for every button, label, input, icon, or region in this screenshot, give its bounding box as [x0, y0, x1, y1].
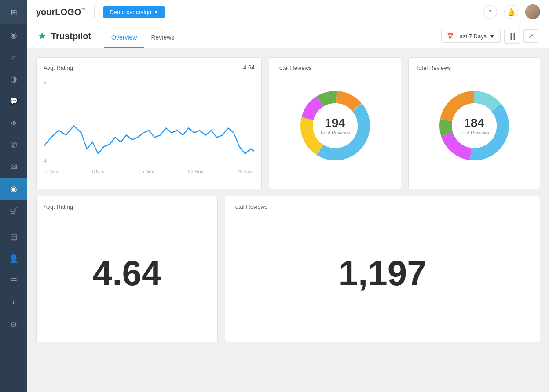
page-title-section: ★ Trustpilot	[38, 30, 91, 42]
sidebar-item-search[interactable]: ⌕	[0, 46, 27, 68]
topbar: yourLOGO™ Demo campaign ▼ ? 🔔	[27, 0, 549, 24]
topbar-divider	[94, 5, 95, 18]
donut-center-1: 194 Total Reviews	[320, 116, 350, 135]
avg-rating-big-card: Avg. Rating 4.64	[36, 196, 218, 342]
chart-area: 5 1 Nov 8 Nov 15 Nov 22 Nov 29 Nov 4	[44, 80, 254, 177]
sidebar-item-lists[interactable]: ☰	[0, 270, 27, 292]
line-chart-svg	[44, 82, 254, 165]
tab-overview[interactable]: Overview	[104, 24, 144, 48]
sidebar-item-phone[interactable]: ✆	[0, 134, 27, 156]
sidebar-item-users[interactable]: 👤	[0, 248, 27, 270]
tab-reviews[interactable]: Reviews	[144, 24, 181, 48]
avg-rating-big-value: 4.64	[93, 253, 161, 294]
total-reviews-big-value: 1,197	[339, 253, 427, 294]
demo-campaign-button[interactable]: Demo campaign ▼	[103, 6, 165, 18]
email-icon: ✉	[11, 162, 17, 172]
page-header: ★ Trustpilot Overview Reviews 📅 Last 7 D…	[27, 24, 549, 48]
chart-x-label-2: 8 Nov	[92, 169, 105, 174]
total-reviews-big-title: Total Reviews	[232, 203, 533, 210]
integrations-icon: ⯛	[10, 298, 18, 308]
chart-x-label-4: 22 Nov	[188, 169, 203, 174]
analytics-icon: ◑	[10, 74, 17, 84]
main-content: yourLOGO™ Demo campaign ▼ ? 🔔 ★ Trustpil…	[27, 0, 549, 392]
sidebar-item-home[interactable]: ⊞	[0, 0, 27, 24]
help-button[interactable]: ?	[483, 5, 497, 19]
sidebar-item-reports[interactable]: ▤	[0, 226, 27, 248]
bell-icon: 🔔	[507, 8, 516, 16]
avg-rating-chart-title: Avg. Rating	[44, 65, 254, 71]
mentions-icon: 👁	[11, 120, 17, 127]
donut-count-2: 184	[459, 116, 489, 130]
avatar-image	[525, 4, 540, 19]
help-icon: ?	[488, 8, 492, 15]
trustpilot-star-icon: ★	[38, 30, 47, 42]
share-icon: ↗	[528, 33, 534, 40]
sidebar-item-campaigns[interactable]: ◉	[0, 24, 27, 46]
columns-button[interactable]: ‖‖	[504, 29, 520, 44]
dashboard: Avg. Rating 4.64 5 1 Nov 8 Nov 15 Nov 22…	[27, 48, 549, 392]
columns-icon: ‖‖	[509, 32, 515, 40]
donut-chart-1: 194 Total Reviews	[276, 73, 393, 178]
notifications-button[interactable]: 🔔	[504, 5, 518, 19]
bottom-cards-row: Avg. Rating 4.64 Total Reviews 1,197	[36, 196, 540, 342]
sidebar-item-mentions[interactable]: 👁	[0, 112, 27, 134]
sidebar-item-ecommerce[interactable]: 🛒	[0, 200, 27, 222]
donut-count-1: 194	[320, 116, 350, 130]
total-reviews-donut-card-1: Total Reviews	[269, 57, 401, 189]
lists-icon: ☰	[10, 276, 17, 286]
chart-x-labels: 1 Nov 8 Nov 15 Nov 22 Nov 29 Nov	[44, 169, 254, 174]
calendar-icon: 📅	[447, 33, 454, 39]
ecommerce-icon: 🛒	[10, 207, 18, 215]
sidebar-item-location[interactable]: ◉	[0, 178, 27, 200]
sidebar-divider	[0, 224, 27, 224]
page-header-right: 📅 Last 7 Days ▼ ‖‖ ↗	[441, 29, 538, 44]
total-reviews-1-title: Total Reviews	[276, 65, 393, 71]
logo: yourLOGO™	[36, 7, 85, 17]
users-icon: 👤	[9, 254, 18, 264]
page-tabs: Overview Reviews	[104, 24, 181, 48]
date-filter-label: Last 7 Days	[456, 33, 487, 40]
chart-y-min-label: 4	[44, 158, 46, 163]
home-icon: ⊞	[11, 7, 17, 17]
search-icon: ⌕	[11, 53, 16, 61]
campaigns-icon: ◉	[10, 30, 17, 40]
total-reviews-2-title: Total Reviews	[416, 65, 533, 71]
donut-label-2: Total Reviews	[459, 130, 489, 135]
avg-rating-big-number-container: 4.64	[44, 212, 210, 335]
sidebar-item-messages[interactable]: 💬	[0, 90, 27, 112]
donut-chart-2: 184 Total Reviews	[416, 73, 533, 178]
avg-rating-chart-value: 4.64	[243, 64, 254, 71]
sidebar-item-email[interactable]: ✉	[0, 156, 27, 178]
phone-icon: ✆	[11, 140, 17, 150]
avg-rating-big-title: Avg. Rating	[44, 203, 210, 210]
logo-your: your	[36, 7, 55, 17]
share-button[interactable]: ↗	[523, 29, 538, 43]
avg-rating-chart-card: Avg. Rating 4.64 5 1 Nov 8 Nov 15 Nov 22…	[36, 57, 262, 189]
chart-x-label-5: 29 Nov	[237, 169, 253, 174]
reports-icon: ▤	[10, 232, 18, 242]
page-title: Trustpilot	[51, 31, 91, 41]
donut-label-1: Total Reviews	[320, 130, 350, 135]
location-icon: ◉	[10, 184, 17, 194]
sidebar-item-integrations[interactable]: ⯛	[0, 292, 27, 314]
date-filter-button[interactable]: 📅 Last 7 Days ▼	[441, 30, 501, 43]
total-reviews-big-card: Total Reviews 1,197	[225, 196, 540, 342]
donut-center-2: 184 Total Reviews	[459, 116, 489, 135]
dropdown-caret-icon: ▼	[154, 10, 158, 15]
settings-icon: ⚙	[10, 320, 17, 330]
avatar[interactable]	[525, 4, 540, 19]
total-reviews-big-number-container: 1,197	[232, 212, 533, 335]
total-reviews-donut-card-2: Total Reviews	[408, 57, 540, 189]
sidebar-item-analytics[interactable]: ◑	[0, 68, 27, 90]
chart-x-label-1: 1 Nov	[45, 169, 58, 174]
chart-x-label-3: 15 Nov	[139, 169, 154, 174]
demo-campaign-label: Demo campaign	[110, 9, 151, 15]
dropdown-arrow-icon: ▼	[489, 33, 495, 40]
logo-logo: LOGO	[55, 7, 81, 17]
logo-tm: ™	[81, 7, 85, 12]
topbar-right: ? 🔔	[483, 4, 540, 19]
sidebar-item-settings[interactable]: ⚙	[0, 314, 27, 336]
messages-icon: 💬	[10, 97, 18, 105]
sidebar: ⊞ ◉ ⌕ ◑ 💬 👁 ✆ ✉ ◉ 🛒 ▤ 👤 ☰ ⯛ ⚙	[0, 0, 27, 392]
top-cards-row: Avg. Rating 4.64 5 1 Nov 8 Nov 15 Nov 22…	[36, 57, 540, 189]
